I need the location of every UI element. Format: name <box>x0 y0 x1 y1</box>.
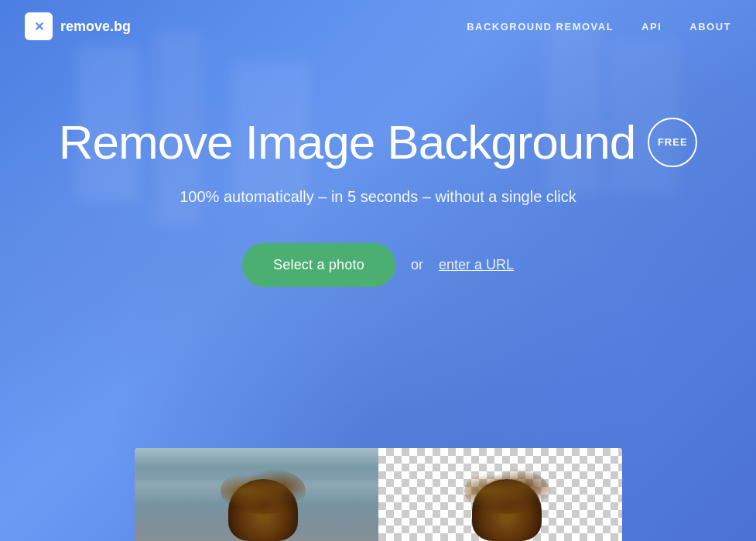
nav-about[interactable]: ABOUT <box>689 21 731 33</box>
logo-x-icon: ✕ <box>34 19 44 34</box>
logo-text: remove.bg <box>60 19 131 35</box>
hero-content: Remove Image Background FREE 100% automa… <box>0 53 756 287</box>
hero-subtitle: 100% automatically – in 5 seconds – with… <box>0 188 756 206</box>
hero-title: Remove Image Background <box>59 115 636 169</box>
nav-links: BACKGROUND REMOVAL API ABOUT <box>467 21 731 33</box>
logo[interactable]: ✕ remove.bg <box>25 12 131 40</box>
person-original <box>228 479 298 541</box>
free-badge: FREE <box>648 118 697 167</box>
person-result <box>472 479 542 541</box>
logo-icon: ✕ <box>25 12 53 40</box>
preview-result <box>378 448 622 541</box>
nav-background-removal[interactable]: BACKGROUND REMOVAL <box>467 21 614 33</box>
preview-container <box>135 448 622 541</box>
navbar: ✕ remove.bg BACKGROUND REMOVAL API ABOUT <box>0 0 756 53</box>
free-badge-text: FREE <box>658 136 688 148</box>
enter-url-link[interactable]: enter a URL <box>439 257 514 273</box>
hero-section: ✕ remove.bg BACKGROUND REMOVAL API ABOUT… <box>0 0 756 541</box>
hair-original <box>228 479 298 541</box>
preview-original <box>135 448 378 541</box>
select-photo-button[interactable]: Select a photo <box>242 243 395 287</box>
or-text: or <box>411 257 423 273</box>
hair-result <box>472 479 542 541</box>
hair-curls-result <box>464 467 549 514</box>
cta-row: Select a photo or enter a URL <box>0 243 756 287</box>
hair-curls-original <box>221 467 306 514</box>
hero-title-wrapper: Remove Image Background FREE <box>0 115 756 169</box>
nav-api[interactable]: API <box>641 21 662 33</box>
